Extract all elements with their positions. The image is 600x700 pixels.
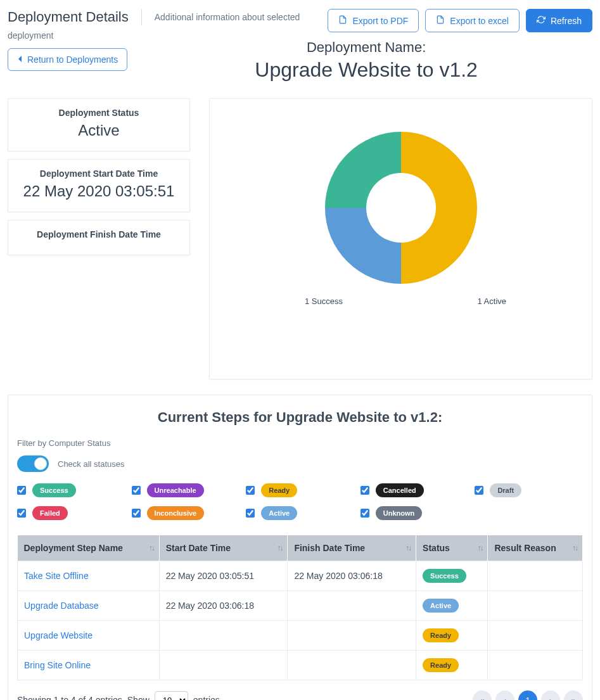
status-filter-item: Ready	[246, 483, 354, 497]
finish-cell	[288, 651, 416, 680]
check-all-toggle[interactable]	[17, 455, 49, 472]
status-filter-item: Success	[17, 483, 125, 497]
chevron-left-icon: ‹	[504, 696, 506, 701]
show-label: Show	[127, 695, 150, 700]
file-pdf-icon	[338, 15, 347, 26]
export-excel-button[interactable]: Export to excel	[425, 9, 520, 32]
page-title: Deployment Details	[8, 9, 129, 25]
showing-text: Showing 1 to 4 of 4 entries	[17, 695, 122, 700]
column-header[interactable]: Result Reason↑↓	[488, 535, 583, 561]
table-row: Take Site Offline 22 May 2020 03:05:51 2…	[18, 561, 583, 591]
status-badge: Success	[32, 483, 76, 497]
sort-icon: ↑↓	[572, 544, 577, 552]
status-filter-item: Active	[246, 506, 354, 520]
steps-title: Current Steps for Upgrade Website to v1.…	[17, 409, 583, 426]
page-subtitle-line1: Additional information about selected	[155, 12, 300, 22]
reason-cell	[488, 561, 583, 591]
start-cell: 22 May 2020 03:06:18	[159, 591, 288, 621]
status-donut-chart: 2 Ready 1 Success 1 Active	[222, 132, 579, 360]
status-badge: Unreachable	[147, 483, 204, 497]
status-filter-checkbox[interactable]	[475, 486, 483, 495]
refresh-icon	[537, 15, 546, 26]
page-last-button[interactable]: »	[564, 690, 583, 700]
status-value: Active	[18, 122, 179, 139]
step-name-link[interactable]: Upgrade Database	[24, 601, 99, 611]
steps-table: Deployment Step Name↑↓Start Date Time↑↓F…	[17, 535, 583, 680]
table-row: Upgrade Database 22 May 2020 03:06:18 Ac…	[18, 591, 583, 621]
table-row: Bring Site Online Ready	[18, 651, 583, 680]
status-filter-item: Inconclusive	[132, 506, 240, 520]
chart-label-success: 1 Success	[305, 296, 343, 306]
return-to-deployments-button[interactable]: Return to Deployments	[8, 48, 127, 71]
status-badge: Inconclusive	[147, 506, 205, 520]
status-cell: Active	[416, 591, 488, 621]
chevron-left-icon	[17, 54, 22, 65]
filter-label: Filter by Computer Status	[17, 438, 583, 448]
chart-label-active: 1 Active	[477, 296, 506, 306]
card-finish: Deployment Finish Date Time	[8, 220, 190, 255]
page-next-button[interactable]: ›	[541, 690, 560, 700]
status-cell: Ready	[416, 651, 488, 680]
deployment-name-label: Deployment Name:	[140, 39, 592, 56]
return-label: Return to Deployments	[27, 54, 118, 65]
step-name-link[interactable]: Take Site Offline	[24, 571, 89, 581]
status-badge: Active	[423, 599, 459, 613]
deployment-name-value: Upgrade Website to v1.2	[140, 58, 592, 82]
sort-icon: ↑↓	[477, 544, 482, 552]
table-row: Upgrade Website Ready	[18, 621, 583, 651]
finish-cell: 22 May 2020 03:06:18	[288, 561, 416, 591]
status-filter-checkbox[interactable]	[132, 509, 141, 518]
step-name-link[interactable]: Upgrade Website	[24, 630, 93, 640]
status-filter-item: Unknown	[361, 506, 469, 520]
start-value: 22 May 2020 03:05:51	[18, 182, 179, 200]
pagination: « ‹ 1 › »	[473, 690, 583, 700]
status-cell: Ready	[416, 621, 488, 651]
status-filter-checkbox[interactable]	[246, 486, 255, 495]
status-label: Deployment Status	[18, 108, 179, 118]
file-excel-icon	[436, 15, 445, 26]
status-filter-checkbox[interactable]	[246, 509, 255, 518]
status-filter-item: Failed	[17, 506, 125, 520]
page-prev-button[interactable]: ‹	[495, 690, 514, 700]
status-filter-checkbox[interactable]	[17, 509, 26, 518]
page-first-button[interactable]: «	[473, 690, 492, 700]
title-divider	[141, 9, 142, 25]
entries-label: entries	[193, 695, 220, 700]
status-badge: Active	[261, 506, 297, 520]
finish-label: Deployment Finish Date Time	[18, 229, 179, 239]
column-header[interactable]: Finish Date Time↑↓	[288, 535, 416, 561]
status-badge: Failed	[32, 506, 68, 520]
status-filter-checkbox[interactable]	[17, 486, 26, 495]
column-header[interactable]: Start Date Time↑↓	[159, 535, 288, 561]
column-header[interactable]: Deployment Step Name↑↓	[18, 535, 160, 561]
chevron-right-icon: ›	[549, 696, 552, 701]
status-badge: Ready	[261, 483, 297, 497]
status-filter-checkbox[interactable]	[132, 486, 141, 495]
export-pdf-button[interactable]: Export to PDF	[328, 9, 419, 32]
status-filter-checkbox[interactable]	[361, 486, 369, 495]
reason-cell	[488, 621, 583, 651]
status-badge: Draft	[490, 483, 521, 497]
refresh-label: Refresh	[551, 16, 582, 26]
step-name-link[interactable]: Bring Site Online	[24, 660, 91, 670]
status-filter-item: Cancelled	[361, 483, 469, 497]
check-all-label: Check all statuses	[58, 459, 125, 469]
header-buttons: Export to PDF Export to excel Refresh	[328, 9, 592, 32]
page-size-select[interactable]: 10	[155, 691, 188, 701]
page-number-button[interactable]: 1	[518, 690, 537, 700]
status-filter-item: Unreachable	[132, 483, 240, 497]
status-filter-item: Draft	[475, 483, 583, 497]
status-badge: Unknown	[376, 506, 423, 520]
export-pdf-label: Export to PDF	[352, 16, 408, 26]
status-filter-checkbox[interactable]	[361, 509, 369, 518]
column-header[interactable]: Status↑↓	[416, 535, 488, 561]
finish-cell	[288, 591, 416, 621]
start-label: Deployment Start Date Time	[18, 169, 179, 179]
donut-icon	[325, 132, 477, 284]
steps-panel: Current Steps for Upgrade Website to v1.…	[8, 395, 592, 700]
sort-icon: ↑↓	[405, 544, 411, 552]
refresh-button[interactable]: Refresh	[526, 9, 592, 32]
chevron-double-right-icon: »	[571, 696, 575, 701]
start-cell	[159, 651, 288, 680]
reason-cell	[488, 651, 583, 680]
